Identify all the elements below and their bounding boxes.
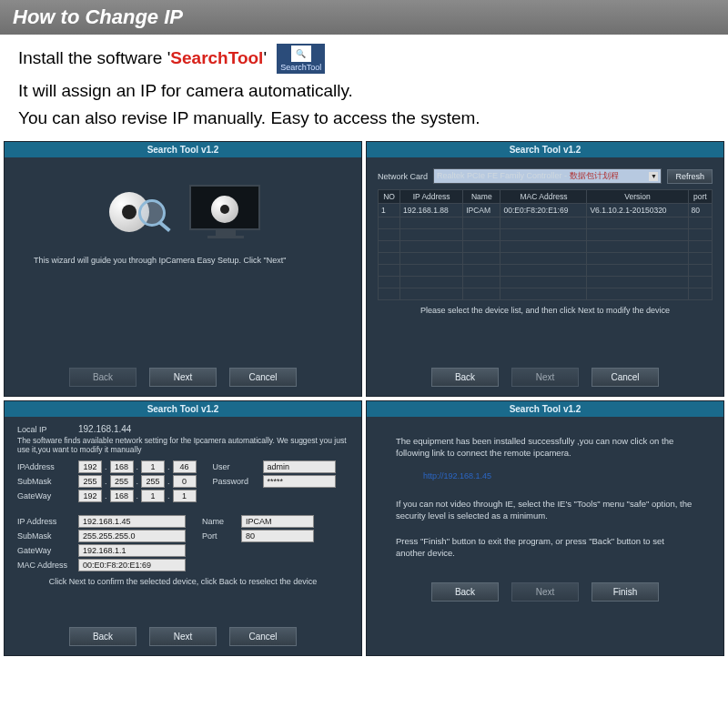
network-card-label: Network Card [378, 172, 428, 181]
wizard-intro-text: This wizard will guide you through IpCam… [34, 256, 332, 267]
gateway2-label: GateWay [17, 546, 76, 555]
back-button[interactable]: Back [69, 627, 136, 646]
intro-line1-c: ' [263, 48, 267, 67]
name-label: Name [202, 517, 238, 526]
mac-label: MAC Address [17, 561, 76, 570]
submask2-value: 255.255.255.0 [78, 530, 186, 542]
network-settings-panel: Search Tool v1.2 Local IP192.168.1.44 Th… [4, 400, 362, 656]
submask2-label: SubMask [17, 531, 76, 541]
col-no: NO [379, 190, 400, 204]
window-title: Search Tool v1.2 [367, 401, 723, 417]
gateway-label: GateWay [17, 491, 76, 500]
window-title: Search Tool v1.2 [367, 142, 723, 157]
wizard-step1-panel: Search Tool v1.2 This wizard will guide … [4, 141, 362, 397]
password-label: Password [213, 477, 260, 486]
desktop-icon-label: SearchTool [280, 63, 321, 72]
col-ip: IP Address [400, 190, 463, 204]
local-ip-value: 192.168.1.44 [78, 424, 131, 434]
finish-panel: Search Tool v1.2 The equipment has been … [366, 400, 724, 656]
ipaddress2-label: IP Address [17, 517, 76, 526]
chevron-down-icon: ▼ [649, 172, 658, 181]
gateway2-value: 192.168.1.1 [78, 544, 186, 557]
back-button[interactable]: Back [431, 582, 499, 602]
camera-link[interactable]: http://192.168.1.45 [423, 470, 694, 482]
col-mac: MAC Address [500, 190, 587, 204]
nc-value: Realtek PCIe FE Family Controller - [437, 171, 570, 180]
window-title: Search Tool v1.2 [5, 142, 361, 157]
user-input[interactable]: admin [263, 460, 336, 473]
table-row[interactable]: 1 192.168.1.88 IPCAM 00:E0:F8:20:E1:69 V… [379, 204, 713, 217]
monitor-icon [189, 185, 262, 243]
port-value: 80 [241, 530, 314, 542]
next-button[interactable]: Next [149, 627, 217, 646]
nc-value-cn: 数据包计划程 [570, 171, 619, 180]
refresh-button[interactable]: Refresh [667, 169, 713, 184]
port-label: Port [202, 531, 238, 541]
intro-line1-a: Install the software ' [18, 48, 170, 67]
ipaddress2-value: 192.168.1.45 [78, 515, 186, 528]
camera-search-icon [104, 185, 167, 239]
searchtool-name: SearchTool [170, 48, 263, 67]
next-button[interactable]: Next [149, 368, 217, 387]
cancel-button[interactable]: Cancel [229, 368, 297, 387]
cancel-button[interactable]: Cancel [592, 368, 659, 387]
back-button[interactable]: Back [431, 368, 499, 387]
success-msg: The equipment has been installed success… [396, 435, 694, 460]
device-list-hint: Please select the device list, and then … [378, 306, 713, 315]
window-title: Search Tool v1.2 [5, 401, 361, 417]
page-title: How to Change IP [0, 0, 728, 35]
col-name: Name [463, 190, 500, 204]
finish-hint: Press "Finish" button to exit the progra… [396, 535, 694, 560]
ip-seg[interactable]: 192 [78, 460, 102, 473]
next-button[interactable]: Next [511, 368, 579, 387]
finish-button[interactable]: Finish [592, 582, 659, 602]
ie-hint: If you can not video through IE, select … [396, 498, 694, 522]
cancel-button[interactable]: Cancel [229, 627, 297, 646]
local-ip-label: Local IP [17, 425, 76, 434]
network-card-select[interactable]: Realtek PCIe FE Family Controller - 数据包计… [433, 168, 662, 184]
ipaddress-label: IPAddress [17, 462, 76, 471]
settings-desc: The software finds available network set… [17, 436, 349, 454]
col-version: Version [587, 190, 688, 204]
submask-label: SubMask [17, 477, 76, 486]
magnifier-icon: 🔍 [291, 46, 311, 62]
intro-line2: It will assign an IP for camera automati… [18, 81, 710, 101]
searchtool-desktop-icon[interactable]: 🔍 SearchTool [277, 44, 325, 74]
password-input[interactable]: ***** [263, 475, 336, 488]
confirm-hint: Click Next to confirm the selected devic… [17, 577, 349, 586]
device-table[interactable]: NO IP Address Name MAC Address Version p… [378, 189, 713, 300]
col-port: port [688, 190, 712, 204]
intro-block: Install the software 'SearchTool' 🔍 Sear… [0, 35, 728, 141]
name-value: IPCAM [241, 515, 314, 528]
device-list-panel: Search Tool v1.2 Network Card Realtek PC… [366, 141, 724, 397]
next-button[interactable]: Next [511, 582, 579, 602]
back-button[interactable]: Back [69, 368, 136, 387]
mac-value: 00:E0:F8:20:E1:69 [78, 559, 186, 571]
user-label: User [213, 462, 260, 471]
intro-line3: You can also revise IP manually. Easy to… [18, 108, 710, 128]
